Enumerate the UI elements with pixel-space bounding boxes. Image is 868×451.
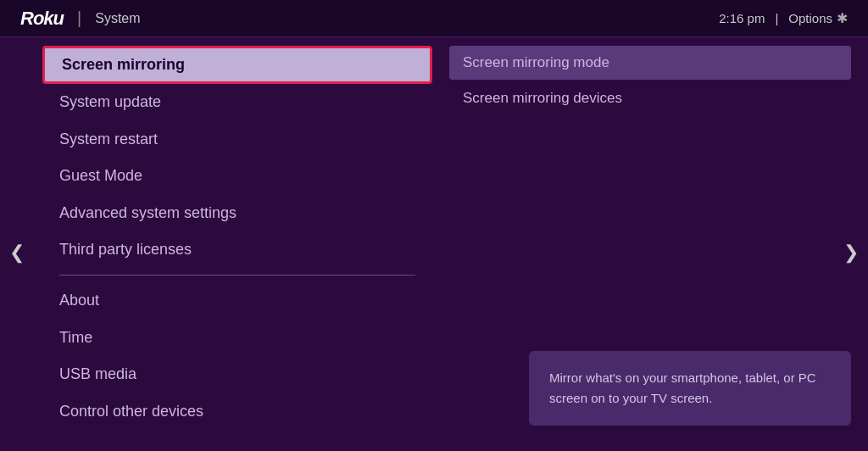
right-chevron-icon: ❯ <box>843 242 859 264</box>
menu-item-third-party-licenses[interactable]: Third party licenses <box>42 231 432 268</box>
menu-item-screen-mirroring[interactable]: Screen mirroring <box>42 46 432 84</box>
header: Roku | System 2:16 pm | Options ✱ <box>0 0 868 37</box>
options-label: Options <box>788 11 832 25</box>
menu-item-system-restart[interactable]: System restart <box>42 121 432 158</box>
menu-item-advanced-system-settings[interactable]: Advanced system settings <box>42 195 432 231</box>
menu-divider <box>59 275 415 276</box>
nav-arrow-left[interactable]: ❮ <box>0 37 34 451</box>
header-pipe: | <box>775 11 778 25</box>
menu-item-usb-media[interactable]: USB media <box>42 356 432 393</box>
menu-item-about[interactable]: About <box>42 282 432 319</box>
header-time: 2:16 pm <box>719 11 765 25</box>
header-right: 2:16 pm | Options ✱ <box>719 10 848 26</box>
header-left: Roku | System <box>20 8 141 30</box>
description-box: Mirror what's on your smartphone, tablet… <box>529 351 851 426</box>
options-icon: ✱ <box>837 10 848 26</box>
menu-item-time[interactable]: Time <box>42 320 432 356</box>
roku-logo: Roku <box>20 8 64 30</box>
header-divider: | <box>77 8 81 28</box>
nav-arrow-right[interactable]: ❯ <box>834 37 868 451</box>
left-chevron-icon: ❮ <box>9 242 25 264</box>
description-text: Mirror what's on your smartphone, tablet… <box>549 370 816 405</box>
header-section: System <box>95 11 140 26</box>
main-content: ❮ Screen mirroring System update System … <box>0 37 868 451</box>
menu-item-system-update[interactable]: System update <box>42 84 432 120</box>
left-panel: Screen mirroring System update System re… <box>34 37 432 451</box>
sub-item-screen-mirroring-devices[interactable]: Screen mirroring devices <box>449 81 851 115</box>
options-button[interactable]: Options ✱ <box>788 10 848 26</box>
menu-item-guest-mode[interactable]: Guest Mode <box>42 158 432 194</box>
menu-item-control-other-devices[interactable]: Control other devices <box>42 393 432 430</box>
sub-item-screen-mirroring-mode[interactable]: Screen mirroring mode <box>449 46 851 80</box>
right-panel: Screen mirroring mode Screen mirroring d… <box>432 37 868 451</box>
